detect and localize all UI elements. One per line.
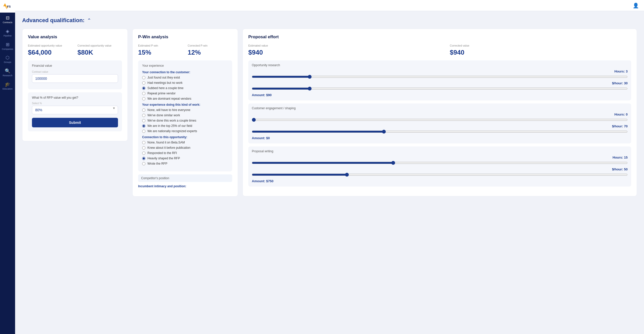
- sidebar-item-contracts[interactable]: ⊟ Contracts: [0, 13, 15, 26]
- app-logo[interactable]: FS: [0, 0, 15, 13]
- value-analysis-panel: Value analysis Estimated opportunity val…: [22, 29, 128, 141]
- sidebar-item-education[interactable]: 🎓 Education: [0, 79, 15, 92]
- customer-engagement-hours-slider-wrap: [252, 118, 628, 123]
- sidebar-item-research[interactable]: 🔍 Research: [0, 66, 15, 79]
- sidebar-item-groups-label: Groups: [4, 61, 11, 64]
- opp-research-rate-row: $/hour: 30: [252, 81, 628, 85]
- estimated-value-box: Estimated opportunity value $64,000: [28, 44, 72, 56]
- experience-work-group: None, will have to hire everyone We've d…: [142, 108, 228, 133]
- customer-engagement-rate-slider-wrap: [252, 130, 628, 135]
- customer-engagement-rate-slider[interactable]: [252, 130, 628, 134]
- submit-button[interactable]: Submit: [32, 118, 118, 127]
- radio-hire-everyone[interactable]: None, will have to hire everyone: [142, 108, 228, 112]
- proposal-writing-rate-slider-wrap: [252, 173, 628, 178]
- pwin-panel: P-Win analysis Estimated P-win 15% Corre…: [132, 29, 238, 197]
- radio-subbed-here[interactable]: Subbed here a couple time: [142, 86, 228, 90]
- main-area: 👤 Advanced qualification: ⌃ Value analys…: [15, 0, 644, 334]
- contract-value-field: Contract value: [32, 70, 118, 83]
- proposal-estimated-label: Estimated value: [248, 44, 268, 47]
- pwin-metrics-row: Estimated P-win 15% Corrected P-win 12%: [138, 44, 232, 56]
- collapse-icon[interactable]: ⌃: [87, 17, 91, 23]
- sidebar-item-education-label: Education: [3, 88, 13, 90]
- customer-engagement-amount: Amount: $0: [252, 136, 628, 140]
- select-percent-field: Select % 10% 20% 30% 40% 50% 60% 70% 80%…: [32, 102, 118, 114]
- radio-had-meetings[interactable]: Had meetings but no work: [142, 81, 228, 85]
- proposal-writing-section: Proposal writing Hours: 15 $/hour: 50 A: [248, 146, 631, 187]
- panels-row: Value analysis Estimated opportunity val…: [22, 29, 637, 197]
- percent-question: What % of RFP value will you get?: [32, 96, 118, 99]
- sidebar-item-research-label: Research: [3, 74, 13, 77]
- user-avatar-icon[interactable]: 👤: [633, 3, 639, 9]
- contract-value-input[interactable]: [32, 74, 118, 83]
- connection-customer-group: Just found out they exist Had meetings b…: [142, 76, 228, 100]
- radio-wrote-rfp[interactable]: Wrote the RFP: [142, 162, 228, 165]
- customer-engagement-rate: $/hour: 70: [612, 124, 628, 128]
- your-experience-title: Your experience: [142, 64, 228, 67]
- sidebar-item-companies[interactable]: ⊞ Companies: [0, 39, 15, 53]
- radio-dominant[interactable]: We are dominant repeat vendors: [142, 97, 228, 100]
- opp-research-title: Opportunity research: [252, 63, 628, 67]
- opp-research-hours-slider-wrap: [252, 75, 628, 80]
- radio-similar-work[interactable]: We've done similar work: [142, 114, 228, 117]
- pipeline-icon: ◈: [6, 29, 9, 33]
- opp-research-hours-row: Hours: 3: [252, 69, 628, 73]
- select-percent-dropdown[interactable]: 10% 20% 30% 40% 50% 60% 70% 80% 90% 100%: [32, 106, 118, 114]
- radio-responded-rfi[interactable]: Responded to the RFI: [142, 151, 228, 155]
- corrected-pwin-box: Corrected P-win 12%: [188, 44, 232, 56]
- radio-shaped-rfp[interactable]: Heavily shaped the RFP: [142, 157, 228, 160]
- opp-research-hours-slider[interactable]: [252, 75, 628, 79]
- svg-text:FS: FS: [7, 5, 11, 8]
- value-metrics-row: Estimated opportunity value $64,000 Corr…: [28, 44, 122, 56]
- radio-just-found[interactable]: Just found out they exist: [142, 76, 228, 79]
- proposal-writing-amount: Amount: $750: [252, 179, 628, 183]
- sidebar: FS ⊟ Contracts ◈ Pipeline ⊞ Companies ⬡ …: [0, 0, 15, 334]
- corrected-value-box: Corrected opportunity value $80K: [77, 44, 122, 56]
- connection-customer-heading: Your connection to the customer:: [142, 70, 228, 74]
- your-experience-section: Your experience Your connection to the c…: [138, 60, 232, 171]
- select-percent-label: Select %: [32, 102, 118, 105]
- estimated-pwin-box: Estimated P-win 15%: [138, 44, 183, 56]
- corrected-pwin-label: Corrected P-win: [188, 44, 232, 47]
- opp-research-section: Opportunity research Hours: 3 $/hour: 30: [248, 60, 631, 100]
- radio-couple-times[interactable]: We've done this work a couple times: [142, 119, 228, 122]
- radio-found-beta[interactable]: None, found it on Beta.SAM: [142, 141, 228, 144]
- proposal-corrected-label: Corrected value: [450, 44, 631, 47]
- sidebar-item-pipeline-label: Pipeline: [4, 34, 12, 37]
- customer-engagement-title: Customer engagement / shaping: [252, 106, 628, 110]
- opp-research-hours: Hours: 3: [614, 69, 628, 73]
- sidebar-item-pipeline[interactable]: ◈ Pipeline: [0, 26, 15, 39]
- connection-oppty-group: None, found it on Beta.SAM Knew about it…: [142, 141, 228, 165]
- corrected-pwin-value: 12%: [188, 49, 232, 56]
- proposal-writing-hours-slider-wrap: [252, 161, 628, 166]
- proposal-writing-hours-row: Hours: 15: [252, 156, 628, 159]
- sidebar-item-contracts-label: Contracts: [3, 21, 13, 24]
- radio-nationally[interactable]: We are nationally recognized experts: [142, 129, 228, 133]
- proposal-corrected-value: $940: [450, 49, 631, 56]
- radio-repeat-prime[interactable]: Repeat prime vendor: [142, 92, 228, 95]
- top-nav: 👤: [15, 0, 644, 11]
- sidebar-item-groups[interactable]: ⬡ Groups: [0, 52, 15, 66]
- proposal-writing-hours-slider[interactable]: [252, 161, 628, 165]
- corrected-value-label: Corrected opportunity value: [77, 44, 122, 47]
- radio-before-pub[interactable]: Knew about it before publication: [142, 146, 228, 150]
- opp-research-rate-slider[interactable]: [252, 87, 628, 91]
- connection-oppty-heading: Connection to this opportunity:: [142, 135, 228, 139]
- proposal-panel: Proposal effort Estimated value $940 Cor…: [243, 29, 637, 196]
- corrected-value: $80K: [77, 49, 122, 56]
- proposal-metrics-row: Estimated value $940 Corrected value $94…: [248, 44, 631, 56]
- estimated-pwin-value: 15%: [138, 49, 183, 56]
- radio-top25[interactable]: We are in the top 25% of our field: [142, 124, 228, 128]
- opp-research-rate-slider-wrap: [252, 87, 628, 92]
- companies-icon: ⊞: [6, 42, 10, 47]
- proposal-corrected-box: Corrected value $940: [450, 44, 631, 56]
- estimated-value-label: Estimated opportunity value: [28, 44, 72, 47]
- customer-engagement-rate-row: $/hour: 70: [252, 124, 628, 128]
- research-icon: 🔍: [5, 69, 10, 73]
- incumbent-heading: Incumbent intimacy and position:: [138, 184, 232, 188]
- customer-engagement-hours-slider[interactable]: [252, 118, 628, 122]
- proposal-writing-rate-slider[interactable]: [252, 173, 628, 177]
- customer-engagement-hours: Hours: 0: [614, 113, 628, 116]
- education-icon: 🎓: [5, 82, 10, 87]
- svg-marker-0: [3, 3, 7, 6]
- estimated-value: $64,000: [28, 49, 72, 56]
